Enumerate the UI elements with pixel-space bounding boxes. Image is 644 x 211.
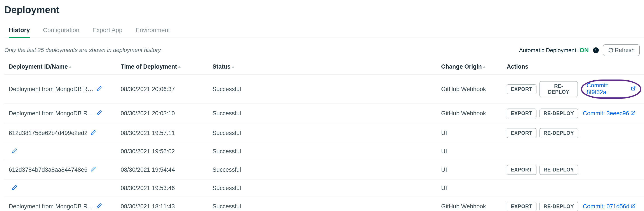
edit-name-icon[interactable] bbox=[90, 130, 96, 137]
deployment-status: Successful bbox=[210, 180, 438, 197]
edit-name-icon[interactable] bbox=[12, 185, 18, 192]
history-hint: Only the last 25 deployments are shown i… bbox=[4, 47, 162, 53]
redeploy-button[interactable]: RE-DEPLOY bbox=[540, 109, 578, 118]
edit-name-icon[interactable] bbox=[96, 203, 102, 210]
col-header-origin[interactable]: Change Origin bbox=[438, 60, 504, 75]
deployment-status: Successful bbox=[210, 104, 438, 123]
table-row: Deployment from MongoDB R…08/30/2021 20:… bbox=[4, 75, 644, 104]
svg-line-1 bbox=[632, 111, 634, 113]
col-header-actions: Actions bbox=[504, 60, 644, 75]
deployment-time: 08/30/2021 19:53:46 bbox=[118, 180, 210, 197]
svg-line-2 bbox=[633, 204, 635, 207]
commit-label: Commit: 071d56d bbox=[583, 203, 629, 210]
refresh-icon bbox=[608, 48, 614, 53]
edit-name-icon[interactable] bbox=[96, 110, 102, 117]
deployment-time: 08/30/2021 20:03:10 bbox=[118, 104, 210, 123]
change-origin: GitHub Webhook bbox=[438, 104, 504, 123]
table-row: 612d381758e62b4d499e2ed208/30/2021 19:57… bbox=[4, 123, 644, 143]
redeploy-button[interactable]: RE-DEPLOY bbox=[540, 81, 578, 97]
redeploy-button[interactable]: RE-DEPLOY bbox=[540, 165, 578, 175]
sort-icon bbox=[232, 66, 234, 68]
col-header-id[interactable]: Deployment ID/Name bbox=[4, 60, 118, 75]
deployment-id: Deployment from MongoDB R… bbox=[9, 110, 93, 117]
refresh-label: Refresh bbox=[615, 47, 634, 53]
table-row: Deployment from MongoDB R…08/30/2021 18:… bbox=[4, 197, 644, 211]
tab-history[interactable]: History bbox=[9, 24, 30, 37]
table-row: 08/30/2021 19:53:46SuccessfulUI bbox=[4, 180, 644, 197]
commit-label: Commit: 3eeec96 bbox=[583, 110, 629, 117]
auto-deploy-label: Automatic Deployment: bbox=[519, 47, 578, 53]
change-origin: GitHub Webhook bbox=[438, 197, 504, 211]
deployment-time: 08/30/2021 19:54:44 bbox=[118, 160, 210, 180]
deployment-status: Successful bbox=[210, 197, 438, 211]
table-header-row: Deployment ID/Name Time of Deployment St… bbox=[4, 60, 644, 75]
tabs-bar: HistoryConfigurationExport AppEnvironmen… bbox=[4, 24, 644, 38]
edit-name-icon[interactable] bbox=[12, 148, 18, 155]
auto-deploy-block: Automatic Deployment: ON bbox=[519, 47, 589, 54]
deployment-status: Successful bbox=[210, 123, 438, 143]
commit-link[interactable]: Commit: 071d56d bbox=[581, 202, 637, 211]
export-button[interactable]: EXPORT bbox=[507, 202, 536, 211]
deployment-status: Successful bbox=[210, 160, 438, 180]
deployment-time: 08/30/2021 20:06:37 bbox=[118, 75, 210, 104]
col-header-actions-label: Actions bbox=[507, 63, 528, 70]
export-button[interactable]: EXPORT bbox=[507, 128, 536, 138]
external-link-icon bbox=[631, 86, 636, 92]
table-row: Deployment from MongoDB R…08/30/2021 20:… bbox=[4, 104, 644, 123]
deployment-time: 08/30/2021 18:11:43 bbox=[118, 197, 210, 211]
col-header-id-label: Deployment ID/Name bbox=[9, 63, 68, 70]
change-origin: UI bbox=[438, 180, 504, 197]
col-header-time-label: Time of Deployment bbox=[121, 63, 177, 70]
deployment-id: 612d3784b7d3a8aa844748e6 bbox=[9, 167, 88, 173]
edit-name-icon[interactable] bbox=[96, 86, 102, 93]
redeploy-button[interactable]: RE-DEPLOY bbox=[540, 202, 578, 211]
export-button[interactable]: EXPORT bbox=[507, 165, 536, 175]
table-row: 612d3784b7d3a8aa844748e608/30/2021 19:54… bbox=[4, 160, 644, 180]
tab-export-app[interactable]: Export App bbox=[92, 24, 122, 37]
export-button[interactable]: EXPORT bbox=[507, 109, 536, 118]
svg-line-0 bbox=[633, 86, 635, 89]
sort-icon bbox=[69, 66, 72, 68]
deployment-id: Deployment from MongoDB R… bbox=[9, 203, 93, 210]
commit-link[interactable]: Commit: 8f9f32a bbox=[581, 79, 642, 99]
col-header-status-label: Status bbox=[212, 63, 230, 70]
refresh-button[interactable]: Refresh bbox=[603, 44, 640, 56]
redeploy-button[interactable]: RE-DEPLOY bbox=[540, 128, 578, 138]
change-origin: UI bbox=[438, 123, 504, 143]
edit-name-icon[interactable] bbox=[90, 166, 96, 174]
external-link-icon bbox=[631, 203, 636, 210]
commit-label: Commit: 8f9f32a bbox=[586, 82, 630, 96]
deployment-status: Successful bbox=[210, 75, 438, 104]
change-origin: UI bbox=[438, 143, 504, 160]
deployment-id: 612d381758e62b4d499e2ed2 bbox=[9, 130, 88, 137]
subheader: Only the last 25 deployments are shown i… bbox=[4, 38, 644, 60]
change-origin: UI bbox=[438, 160, 504, 180]
export-button[interactable]: EXPORT bbox=[507, 84, 536, 94]
tab-configuration[interactable]: Configuration bbox=[43, 24, 79, 37]
deployment-status: Successful bbox=[210, 143, 438, 160]
deployments-table: Deployment ID/Name Time of Deployment St… bbox=[4, 60, 644, 211]
deployment-time: 08/30/2021 19:56:02 bbox=[118, 143, 210, 160]
col-header-status[interactable]: Status bbox=[210, 60, 438, 75]
tab-environment[interactable]: Environment bbox=[136, 24, 170, 37]
col-header-origin-label: Change Origin bbox=[441, 63, 482, 70]
col-header-time[interactable]: Time of Deployment bbox=[118, 60, 210, 75]
sort-icon bbox=[178, 66, 181, 68]
page-title: Deployment bbox=[4, 4, 644, 15]
sort-icon bbox=[483, 66, 486, 68]
deployment-id: Deployment from MongoDB R… bbox=[9, 86, 93, 93]
header-right: Automatic Deployment: ON i Refresh bbox=[519, 44, 640, 56]
deployment-time: 08/30/2021 19:57:11 bbox=[118, 123, 210, 143]
table-row: 08/30/2021 19:56:02SuccessfulUI bbox=[4, 143, 644, 160]
change-origin: GitHub Webhook bbox=[438, 75, 504, 104]
external-link-icon bbox=[630, 110, 635, 117]
info-icon[interactable]: i bbox=[593, 47, 599, 53]
auto-deploy-status: ON bbox=[580, 47, 589, 53]
commit-link[interactable]: Commit: 3eeec96 bbox=[581, 109, 637, 118]
